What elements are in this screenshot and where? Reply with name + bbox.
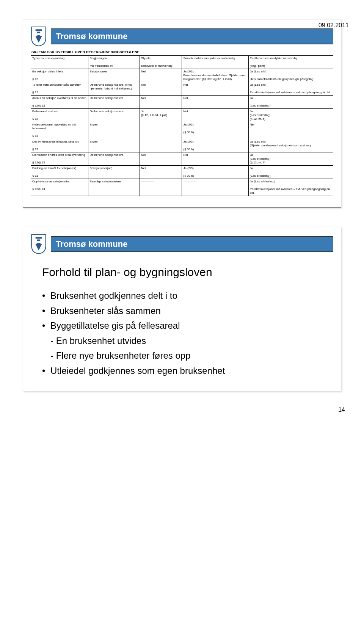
table-cell: Ja (Løs erklæring) (§ 12, nr. 4): [248, 152, 333, 166]
table-cell: Samtlige seksjonseiere: [88, 179, 140, 196]
table-cell: Nei: [182, 152, 248, 166]
slide-1: Tromsø kommune SKJEMATISK OVERSIKT OVER …: [23, 19, 341, 208]
table-row: Fellesareal utvides § 12De berørte seksj…: [31, 109, 333, 122]
table-row: To eller flere seksjoner slås sammen § 1…: [31, 82, 333, 96]
table-cell: Ja (2/3) Bare dersom stemme-tallet økes.…: [182, 69, 248, 82]
table-cell: Ja (Løs erklæring.) Prioritetskollisjone…: [248, 179, 333, 196]
page-number: 14: [0, 406, 345, 413]
logo-bar: Tromsø kommune: [31, 234, 333, 254]
table-cell: Nei: [140, 152, 182, 166]
slide-2: Tromsø kommune Forhold til plan- og bygn…: [23, 227, 341, 391]
table-cell: Styret: [88, 122, 140, 139]
table-cell: Ja (§ 12, 2.ledd, 1.pkt): [140, 109, 182, 122]
table-cell: Ja (Løs erkl.) (Gjelder panthavere i sek…: [248, 139, 333, 152]
kommune-name: Tromsø kommune: [51, 28, 333, 44]
kommune-name: Tromsø kommune: [51, 236, 333, 252]
table-cell: Fellesareal utvides § 12: [31, 109, 88, 122]
header-cell: Panthavernes samtykke nødvendig (tingl. …: [248, 56, 333, 69]
table-row: Del av fellesareal tillegges seksjon § 1…: [31, 139, 333, 152]
table-cell: Nei: [140, 166, 182, 179]
logo-bar: Tromsø kommune: [31, 26, 333, 47]
table-cell: Nei: [140, 96, 182, 109]
table-cell: En seksjon deles i flere § 12: [31, 69, 88, 82]
bullet-list: Bruksenhet godkjennes delt i to Bruksenh…: [42, 289, 333, 332]
header-cell: Styrets samtykke er nødvendig: [140, 56, 182, 69]
bullet-item: Bruksenhet godkjennes delt i to: [42, 289, 333, 302]
table-cell: Del av fellesareal tillegges seksjon § 1…: [31, 139, 88, 152]
table-cell: Nei: [140, 82, 182, 96]
shield-icon: [31, 26, 47, 47]
table-cell: Nei: [248, 122, 333, 139]
bullet-item: Byggetillatelse gis på fellesareal: [42, 319, 333, 332]
table-cell: Ny(e) seksjoner opprettes av tidl. felle…: [31, 122, 88, 139]
svg-rect-3: [37, 240, 40, 241]
table-cell: Ja (2/3) (§ 30 b): [182, 139, 248, 152]
table-cell: De berørte seksjonseiere. (Nytt hjemmels…: [88, 82, 140, 96]
table-cell: Eierbrøken endres uten arealoverføring §…: [31, 152, 88, 166]
bullet-list: Utleiedel godkjennes som egen bruksenhet: [42, 364, 333, 377]
slide1-title: SKJEMATISK OVERSIKT OVER RESEKSJONERINGS…: [31, 50, 333, 54]
table-cell: Ja (Løs erklæring) (§ 12, nr. 4): [248, 109, 333, 122]
table-cell: Nei: [182, 96, 248, 109]
header-cell: Typer av reseksjonering: [31, 56, 88, 69]
sub-item: - Flere nye bruksenheter føres opp: [50, 349, 333, 362]
table-row: Areal i en seksjon overføres til en anne…: [31, 96, 333, 109]
table-cell: To eller flere seksjoner slås sammen § 1…: [31, 82, 88, 96]
table-cell: Ja (Løs erkl.) Hvis pantefrafall må obli…: [248, 69, 333, 82]
header-cell: Begjæringen må fremsettes av: [88, 56, 140, 69]
table-cell: Ja (Løs erklæring)): [248, 96, 333, 109]
header-cell: Sameiemøtets samtykke er nødvendig: [182, 56, 248, 69]
svg-rect-2: [36, 237, 42, 238]
table-row: Eierbrøken endres uten arealoverføring §…: [31, 152, 333, 166]
table-cell: Seksjonseier(ne): [88, 166, 140, 179]
table-cell: -----------: [140, 139, 182, 152]
bullet-item: Bruksenheter slås sammen: [42, 304, 333, 317]
bullet-item: Utleiedel godkjennes som egen bruksenhet: [42, 364, 333, 377]
table-cell: Nei: [140, 69, 182, 82]
table-row: Opphevelse av seksjonering § 12/§ 13Samt…: [31, 179, 333, 196]
table-cell: Endring av formål for seksjon(er) § 13: [31, 166, 88, 179]
document-date: 09.02.2011: [318, 22, 349, 29]
table-header-row: Typer av reseksjonering Begjæringen må f…: [31, 56, 333, 69]
table-cell: -------------: [182, 179, 248, 196]
svg-rect-1: [37, 32, 40, 33]
table-row: Ny(e) seksjoner opprettes av tidl. felle…: [31, 122, 333, 139]
table-cell: De berørte seksjonseiere: [88, 96, 140, 109]
shield-icon: [31, 234, 47, 254]
table-cell: Ja (Løs erkl.) Prioritetskollisjoner må …: [248, 82, 333, 96]
table-row: En seksjon deles i flere § 12Seksjonseie…: [31, 69, 333, 82]
reseksjon-table: Typer av reseksjonering Begjæringen må f…: [31, 55, 333, 196]
svg-rect-0: [36, 29, 42, 31]
table-cell: De berørte seksjonseiere: [88, 152, 140, 166]
table-cell: Styret: [88, 139, 140, 152]
page: 09.02.2011 Tromsø kommune SKJEMATISK OVE…: [0, 19, 364, 413]
table-row: Endring av formål for seksjon(er) § 13Se…: [31, 166, 333, 179]
slide2-title: Forhold til plan- og bygningsloven: [42, 266, 333, 279]
table-cell: -----------: [140, 122, 182, 139]
table-cell: Ja (2/3) (§ 30 e): [182, 166, 248, 179]
table-cell: De berørte seksjonseiere: [88, 109, 140, 122]
sub-item: - En bruksenhet utvides: [50, 334, 333, 347]
table-cell: Ja (Løs erklæring)): [248, 166, 333, 179]
table-cell: Nei: [182, 109, 248, 122]
table-cell: Areal i en seksjon overføres til en anne…: [31, 96, 88, 109]
table-cell: Ja (2/3) (§ 30 b): [182, 122, 248, 139]
table-cell: Seksjonseier: [88, 69, 140, 82]
table-cell: -------------: [140, 179, 182, 196]
table-cell: Opphevelse av seksjonering § 12/§ 13: [31, 179, 88, 196]
table-cell: Nei: [182, 82, 248, 96]
